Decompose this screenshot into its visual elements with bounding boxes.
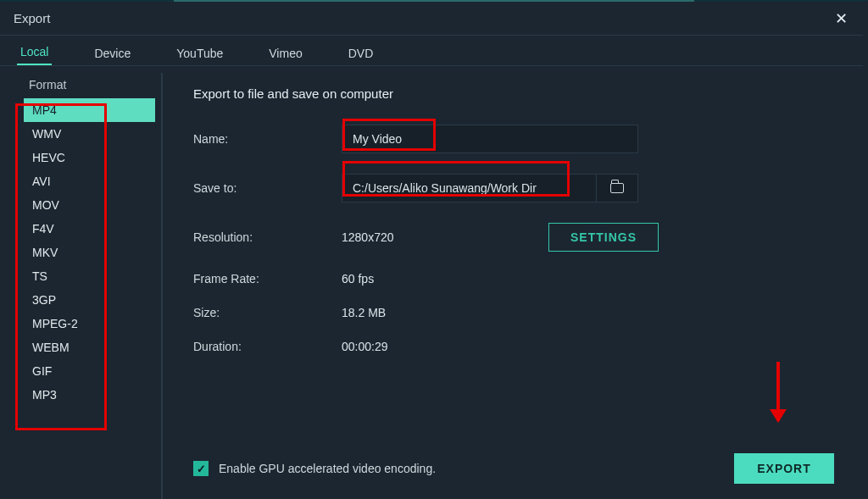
close-button[interactable]: ✕: [828, 4, 854, 33]
browse-button[interactable]: [596, 174, 638, 202]
value-duration: 00:00:29: [342, 340, 388, 353]
tab-device[interactable]: Device: [91, 40, 134, 65]
format-title: Format: [24, 78, 161, 91]
tab-dvd[interactable]: DVD: [345, 40, 377, 65]
tab-vimeo[interactable]: Vimeo: [265, 40, 305, 65]
settings-button[interactable]: SETTINGS: [548, 223, 659, 252]
label-save-to: Save to:: [193, 181, 342, 195]
value-resolution: 1280x720: [342, 230, 511, 244]
label-duration: Duration:: [193, 340, 342, 353]
check-icon: ✓: [197, 463, 206, 475]
right-edge-stripe: [863, 1, 868, 497]
gpu-checkbox-label: Enable GPU accelerated video encoding.: [219, 462, 436, 475]
close-icon: ✕: [835, 10, 848, 27]
window-title: Export: [14, 11, 50, 25]
label-resolution: Resolution:: [193, 230, 342, 244]
label-frame-rate: Frame Rate:: [193, 272, 342, 286]
label-size: Size:: [193, 306, 342, 319]
annotation-box-name: [342, 119, 436, 151]
label-name: Name:: [193, 132, 342, 146]
folder-icon: [610, 183, 624, 193]
export-button[interactable]: EXPORT: [734, 453, 834, 484]
annotation-box-format-list: [15, 103, 107, 430]
tabs-bar: Local Device YouTube Vimeo DVD: [0, 36, 868, 66]
annotation-arrow: [776, 362, 780, 421]
value-size: 18.2 MB: [342, 306, 386, 319]
gpu-checkbox[interactable]: ✓: [193, 461, 209, 476]
annotation-box-save-to: [342, 161, 570, 197]
page-title: Export to file and save on computer: [193, 86, 834, 101]
value-frame-rate: 60 fps: [342, 272, 374, 286]
tab-local[interactable]: Local: [17, 38, 52, 65]
tab-youtube[interactable]: YouTube: [173, 40, 226, 65]
